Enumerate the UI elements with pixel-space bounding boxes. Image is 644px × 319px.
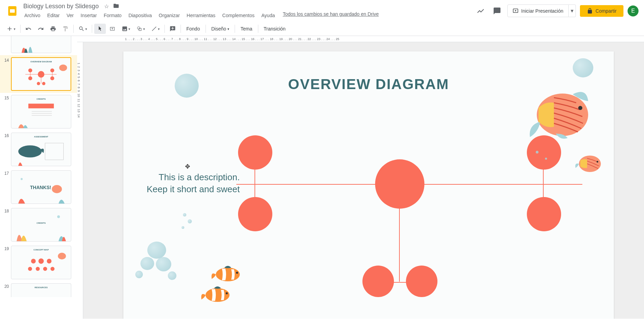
move-cursor-icon: ✥ (185, 163, 190, 170)
menu-organizar[interactable]: Organizar (156, 11, 182, 20)
svg-point-32 (28, 267, 32, 271)
slide-thumb-14[interactable]: OVERVIEW DIAGRAM (11, 57, 71, 91)
paint-format-button[interactable] (60, 24, 71, 34)
transicion-button[interactable]: Transición (260, 24, 289, 34)
diseno-button[interactable]: Diseño▾ (208, 24, 233, 34)
slide-thumb-19[interactable]: CONCEPT MAP (11, 246, 71, 279)
present-button[interactable]: Iniciar Presentación (507, 4, 569, 17)
bubble-decoration (545, 158, 547, 160)
svg-point-26 (52, 185, 62, 193)
slide-thumb-20[interactable]: RESOURCES (11, 283, 71, 297)
slide-sidebar[interactable]: 14 OVERVIEW DIAGRAM 15 CREDITS 16 ASSESS… (0, 36, 77, 319)
svg-point-44 (226, 292, 228, 294)
star-icon[interactable]: ☆ (104, 3, 109, 10)
svg-point-30 (38, 258, 44, 264)
slides-logo[interactable] (5, 4, 19, 18)
svg-rect-19 (28, 103, 54, 108)
select-tool[interactable] (94, 24, 106, 34)
header: Biology Lesson by Slidesgo ☆ Archivo Edi… (0, 0, 644, 22)
menu-diapositiva[interactable]: Diapositiva (126, 11, 154, 20)
svg-point-35 (50, 267, 54, 271)
bubble-decoration (135, 271, 143, 278)
tema-button[interactable]: Tema (237, 24, 256, 34)
svg-point-41 (216, 268, 240, 281)
svg-point-43 (206, 288, 230, 302)
fondo-button[interactable]: Fondo (183, 24, 203, 34)
menu-ayuda[interactable]: Ayuda (259, 11, 277, 20)
image-tool[interactable]: ▾ (119, 24, 133, 34)
comment-button[interactable] (167, 24, 178, 34)
undo-button[interactable] (23, 24, 34, 34)
clownfish-illustration (199, 262, 253, 310)
svg-rect-5 (139, 28, 141, 31)
slide-thumb-13[interactable] (11, 36, 71, 53)
menu-complementos[interactable]: Complementos (220, 11, 257, 20)
svg-point-29 (31, 259, 36, 263)
share-button[interactable]: Compartir (580, 5, 623, 17)
svg-point-23 (18, 145, 42, 157)
bubble-decoration (147, 242, 166, 259)
present-dropdown[interactable]: ▾ (569, 4, 576, 17)
svg-point-4 (137, 27, 140, 29)
bubble-decoration (573, 58, 593, 77)
bubble-decoration (188, 219, 192, 223)
thumb-num (3, 37, 9, 53)
redo-button[interactable] (35, 24, 47, 34)
bubble-decoration (183, 213, 186, 217)
svg-point-33 (36, 267, 40, 271)
fish-illustration (521, 77, 597, 146)
description-text[interactable]: This is a description. Keep it short and… (140, 171, 240, 195)
activity-icon[interactable] (474, 5, 487, 17)
thumb-num: 17 (3, 171, 9, 204)
menu-insertar[interactable]: Insertar (78, 11, 99, 20)
fish-illustration-small (573, 151, 604, 175)
slide-thumb-18[interactable]: CREDITS (11, 208, 71, 242)
menu-formato[interactable]: Formato (101, 11, 124, 20)
svg-point-34 (43, 267, 47, 271)
bubble-decoration (140, 257, 154, 270)
svg-point-13 (42, 82, 46, 85)
print-button[interactable] (47, 24, 59, 34)
present-label: Iniciar Presentación (521, 8, 564, 14)
menu-archivo[interactable]: Archivo (22, 11, 43, 20)
menu-editar[interactable]: Editar (45, 11, 62, 20)
svg-rect-24 (45, 143, 64, 160)
doc-title[interactable]: Biology Lesson by Slidesgo (22, 2, 100, 11)
slide-thumb-17[interactable]: THANKS! (11, 170, 71, 204)
thumb-num: 18 (3, 209, 9, 242)
shape-tool[interactable]: ▾ (134, 24, 148, 34)
line-tool[interactable]: ▾ (148, 24, 162, 34)
bubble-decoration (168, 271, 176, 280)
svg-point-31 (47, 259, 52, 263)
main: 14 OVERVIEW DIAGRAM 15 CREDITS 16 ASSESS… (0, 36, 644, 319)
ruler-vertical: 1 2 3 4 5 6 7 8 9 10 11 12 13 14 (77, 42, 83, 319)
svg-rect-1 (10, 9, 15, 13)
thumb-num: 14 (3, 58, 9, 91)
zoom-button[interactable]: ▾ (76, 24, 90, 34)
header-right: Iniciar Presentación ▾ Compartir E (474, 4, 639, 17)
menu-herramientas[interactable]: Herramientas (184, 11, 218, 20)
move-folder-icon[interactable] (113, 3, 119, 10)
new-slide-button[interactable]: ▾ (3, 23, 18, 34)
slide-title[interactable]: OVERVIEW DIAGRAM (288, 76, 449, 93)
bubble-decoration (175, 74, 199, 98)
svg-point-36 (58, 253, 66, 260)
menubar: Archivo Editar Ver Insertar Formato Diap… (22, 11, 474, 20)
menu-ver[interactable]: Ver (64, 11, 76, 20)
svg-rect-6 (12, 36, 71, 53)
slide-thumb-15[interactable]: CREDITS (11, 95, 71, 128)
thumb-num: 19 (3, 246, 9, 279)
slide-thumb-16[interactable]: ASSESSMENT (11, 133, 71, 166)
slide-canvas[interactable]: OVERVIEW DIAGRAM ✥ This is a description… (123, 51, 614, 319)
share-label: Compartir (596, 8, 617, 14)
textbox-tool[interactable] (107, 24, 118, 34)
diagram[interactable] (236, 146, 586, 317)
canvas-area: 1 . . . 2 . . . 3 . . . 4 . . . 5 . . . … (77, 36, 644, 319)
avatar[interactable]: E (628, 5, 639, 16)
thumb-num: 15 (3, 96, 9, 128)
bubble-decoration (182, 226, 184, 229)
svg-text:THANKS!: THANKS! (30, 185, 51, 190)
title-area: Biology Lesson by Slidesgo ☆ Archivo Edi… (22, 2, 474, 20)
comments-icon[interactable] (491, 5, 503, 17)
save-status[interactable]: Todos los cambios se han guardado en Dri… (283, 11, 379, 20)
